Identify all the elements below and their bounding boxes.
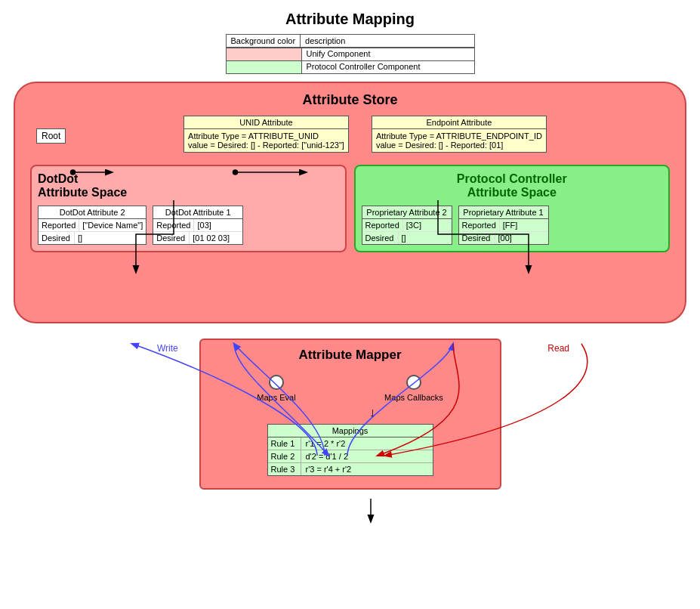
endpoint-attribute-box: Endpoint Attribute Attribute Type = ATTR… xyxy=(372,116,547,153)
endpoint-attr-line1: Attribute Type = ATTRIBUTE_ENDPOINT_ID xyxy=(376,131,542,141)
legend-label-unify: Unify Component xyxy=(302,48,375,60)
dotdot-attr2-reported-value: ["Device Name"] xyxy=(79,219,146,231)
legend-col1-header: Background color xyxy=(227,35,301,47)
protocol-attr1-reported-value: [FF] xyxy=(500,219,521,231)
attribute-store: Attribute Store Root UNID Attribute Attr… xyxy=(14,82,686,323)
dotdot-attr2-card: DotDot Attribute 2 Reported ["Device Nam… xyxy=(38,206,146,245)
protocol-attr2-title: Proprietary Attribute 2 xyxy=(362,206,452,219)
rule3-label: Rule 3 xyxy=(268,463,301,475)
protocol-attr2-card: Proprietary Attribute 2 Reported [3C] De… xyxy=(362,206,452,245)
mapper-title: Attribute Mapper xyxy=(213,348,488,363)
maps-eval-node: Maps Eval xyxy=(257,375,295,402)
rule2-label: Rule 2 xyxy=(268,450,301,462)
maps-callbacks-node: Maps Callbacks xyxy=(384,375,443,402)
protocol-attr2-reported-label: Reported xyxy=(362,219,403,231)
rule1-value: r'1 = 2 * r'2 xyxy=(301,437,350,450)
protocol-attr2-reported-value: [3C] xyxy=(403,219,424,231)
protocol-attr1-desired-value: [00] xyxy=(495,232,515,244)
protocol-attr2-desired-label: Desired xyxy=(362,232,399,244)
attribute-mapper: Attribute Mapper Maps Eval Maps Callback… xyxy=(199,339,501,490)
maps-callbacks-label: Maps Callbacks xyxy=(384,393,443,402)
write-label: Write xyxy=(157,343,178,354)
dotdot-attr1-reported-label: Reported xyxy=(153,219,194,231)
mappings-box: Mappings Rule 1 r'1 = 2 * r'2 Rule 2 d'2… xyxy=(267,424,433,476)
bottom-panels: DotDotAttribute Space DotDot Attribute 2… xyxy=(30,165,670,252)
dotdot-attr1-desired-label: Desired xyxy=(153,232,190,244)
unid-attribute-box: UNID Attribute Attribute Type = ATTRIBUT… xyxy=(183,116,349,153)
protocol-attr1-card: Proprietary Attribute 1 Reported [FF] De… xyxy=(458,206,549,245)
dotdot-title: DotDotAttribute Space xyxy=(38,172,339,199)
dotdot-attr1-reported-value: [03] xyxy=(194,219,214,231)
dotdot-attr2-desired-label: Desired xyxy=(39,232,75,244)
dotdot-attr2-reported-label: Reported xyxy=(39,219,79,231)
top-attributes: UNID Attribute Attribute Type = ATTRIBUT… xyxy=(60,116,670,153)
protocol-attr1-reported-label: Reported xyxy=(459,219,500,231)
maps-eval-circle xyxy=(269,375,284,390)
protocol-attr-cards: Proprietary Attribute 2 Reported [3C] De… xyxy=(362,206,663,245)
protocol-attr1-title: Proprietary Attribute 1 xyxy=(459,206,548,219)
dotdot-attr2-title: DotDot Attribute 2 xyxy=(39,206,146,219)
legend-color-protocol xyxy=(227,61,302,73)
mapping-rule-1: Rule 1 r'1 = 2 * r'2 xyxy=(268,437,433,450)
dotdot-attr-cards: DotDot Attribute 2 Reported ["Device Nam… xyxy=(38,206,339,245)
mappings-title: Mappings xyxy=(268,425,433,437)
dotdot-attr2-desired-value: [] xyxy=(75,232,85,244)
dotdot-attr1-title: DotDot Attribute 1 xyxy=(153,206,242,219)
unid-attr-title: UNID Attribute xyxy=(184,116,348,129)
dotdot-attr1-desired-value: [01 02 03] xyxy=(190,232,233,244)
page-title: Attribute Mapping xyxy=(0,0,700,34)
mapping-rule-3: Rule 3 r'3 = r'4 + r'2 xyxy=(268,463,433,475)
attribute-store-title: Attribute Store xyxy=(30,92,670,108)
endpoint-attr-line2: value = Desired: [] - Reported: [01] xyxy=(376,141,542,150)
maps-callbacks-circle xyxy=(406,375,421,390)
maps-eval-label: Maps Eval xyxy=(257,393,295,402)
rule3-value: r'3 = r'4 + r'2 xyxy=(301,463,356,475)
protocol-title: Protocol ControllerAttribute Space xyxy=(362,172,663,199)
rule1-label: Rule 1 xyxy=(268,437,301,450)
legend-col2-header: description xyxy=(301,35,350,47)
unid-attr-line1: Attribute Type = ATTRIBUTE_UNID xyxy=(188,131,344,141)
protocol-attr2-desired-value: [] xyxy=(399,232,409,244)
mapping-rule-2: Rule 2 d'2 = d'1 / 2 xyxy=(268,450,433,463)
legend: Background color description Unify Compo… xyxy=(226,34,475,74)
legend-label-protocol: Protocol Controller Component xyxy=(302,61,425,73)
unid-attr-line2: value = Desired: [] - Reported: ["unid-1… xyxy=(188,141,344,150)
mapper-nodes: Maps Eval Maps Callbacks xyxy=(213,375,488,402)
read-label: Read xyxy=(547,343,569,354)
protocol-attribute-space: Protocol ControllerAttribute Space Propr… xyxy=(354,165,671,252)
root-node: Root xyxy=(36,128,66,144)
rule2-value: d'2 = d'1 / 2 xyxy=(301,450,353,462)
protocol-attr1-desired-label: Desired xyxy=(459,232,495,244)
dotdot-attr1-card: DotDot Attribute 1 Reported [03] Desired… xyxy=(153,206,243,245)
legend-color-unify xyxy=(227,48,302,60)
mappings-container: Mappings Rule 1 r'1 = 2 * r'2 Rule 2 d'2… xyxy=(267,424,433,476)
endpoint-attr-title: Endpoint Attribute xyxy=(372,116,546,129)
dotdot-attribute-space: DotDotAttribute Space DotDot Attribute 2… xyxy=(30,165,347,252)
